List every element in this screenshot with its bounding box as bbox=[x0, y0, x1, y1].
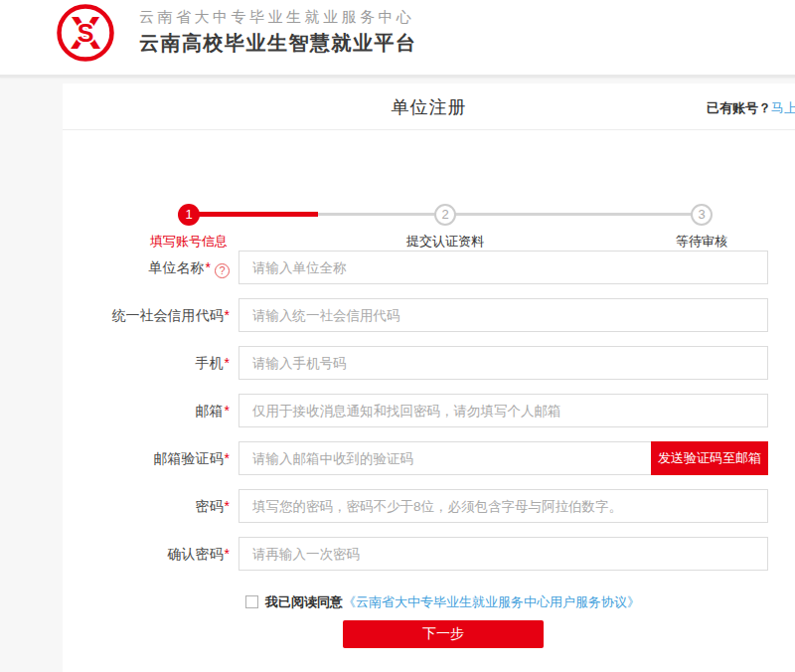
company-name-input[interactable] bbox=[238, 251, 768, 284]
field-row-company-name: 单位名称*? bbox=[63, 251, 770, 284]
center-logo-icon: X S bbox=[53, 2, 120, 66]
company-name-label: 单位名称*? bbox=[63, 251, 230, 284]
field-row-password: 密码* bbox=[63, 489, 770, 523]
login-now-link[interactable]: 马上登录 bbox=[771, 100, 795, 115]
platform-name: 云南高校毕业生智慧就业平台 bbox=[139, 29, 417, 57]
email-input[interactable] bbox=[238, 394, 768, 427]
step-3-circle: 3 bbox=[691, 204, 713, 226]
confirm-password-input[interactable] bbox=[238, 537, 768, 571]
required-mark: * bbox=[225, 403, 230, 419]
registration-card: 单位注册 已有账号？马上登录 1 2 3 填写账号信息 提交认证资料 等待审核 … bbox=[63, 84, 795, 672]
login-area: 已有账号？马上登录 bbox=[707, 99, 795, 117]
required-mark: * bbox=[225, 498, 230, 514]
step-1-circle: 1 bbox=[178, 204, 200, 226]
site-header: X S 云南省大中专毕业生就业服务中心 云南高校毕业生智慧就业平台 bbox=[0, 0, 795, 78]
step-3-label: 等待审核 bbox=[622, 233, 781, 251]
required-mark: * bbox=[225, 307, 230, 323]
title-bar: 单位注册 已有账号？马上登录 bbox=[63, 84, 795, 130]
next-step-button[interactable]: 下一步 bbox=[343, 620, 544, 648]
help-icon[interactable]: ? bbox=[215, 263, 230, 278]
field-row-email: 邮箱* bbox=[63, 394, 770, 427]
agreement-row: 我已阅读同意《云南省大中专毕业生就业服务中心用户服务协议》 bbox=[245, 593, 640, 611]
agreement-link[interactable]: 《云南省大中专毕业生就业服务中心用户服务协议》 bbox=[343, 594, 640, 609]
step-2-circle: 2 bbox=[434, 204, 456, 226]
field-row-credit-code: 统一社会信用代码* bbox=[63, 298, 770, 332]
email-code-label: 邮箱验证码* bbox=[63, 441, 230, 475]
logo-letter: S bbox=[78, 19, 94, 47]
required-mark: * bbox=[225, 450, 230, 466]
agreement-text: 我已阅读同意 bbox=[265, 594, 343, 609]
progress-segment-done bbox=[189, 212, 318, 217]
field-row-confirm-password: 确认密码* bbox=[63, 537, 770, 571]
progress-segment-todo-1 bbox=[318, 213, 445, 216]
password-input[interactable] bbox=[238, 489, 768, 523]
required-mark: * bbox=[206, 259, 211, 275]
send-code-button[interactable]: 发送验证码至邮箱 bbox=[651, 441, 768, 475]
agreement-checkbox[interactable] bbox=[245, 595, 258, 608]
org-name: 云南省大中专毕业生就业服务中心 bbox=[139, 7, 417, 27]
required-mark: * bbox=[225, 546, 230, 562]
credit-code-input[interactable] bbox=[238, 298, 768, 332]
password-label: 密码* bbox=[63, 489, 230, 523]
mobile-label: 手机* bbox=[63, 346, 230, 380]
email-label: 邮箱* bbox=[63, 394, 230, 427]
required-mark: * bbox=[225, 355, 230, 371]
mobile-input[interactable] bbox=[238, 346, 768, 380]
field-row-email-code: 邮箱验证码* 发送验证码至邮箱 bbox=[63, 441, 770, 475]
step-2-label: 提交认证资料 bbox=[366, 233, 525, 251]
step-1-label: 填写账号信息 bbox=[109, 233, 268, 251]
login-prompt: 已有账号？ bbox=[707, 100, 771, 115]
page-title: 单位注册 bbox=[63, 95, 795, 119]
progress-segment-todo-2 bbox=[445, 213, 702, 216]
credit-code-label: 统一社会信用代码* bbox=[63, 298, 230, 332]
step-indicator: 1 2 3 填写账号信息 提交认证资料 等待审核 bbox=[63, 131, 795, 241]
field-row-mobile: 手机* bbox=[63, 346, 770, 380]
confirm-password-label: 确认密码* bbox=[63, 537, 230, 571]
brand-block: 云南省大中专毕业生就业服务中心 云南高校毕业生智慧就业平台 bbox=[139, 7, 417, 57]
